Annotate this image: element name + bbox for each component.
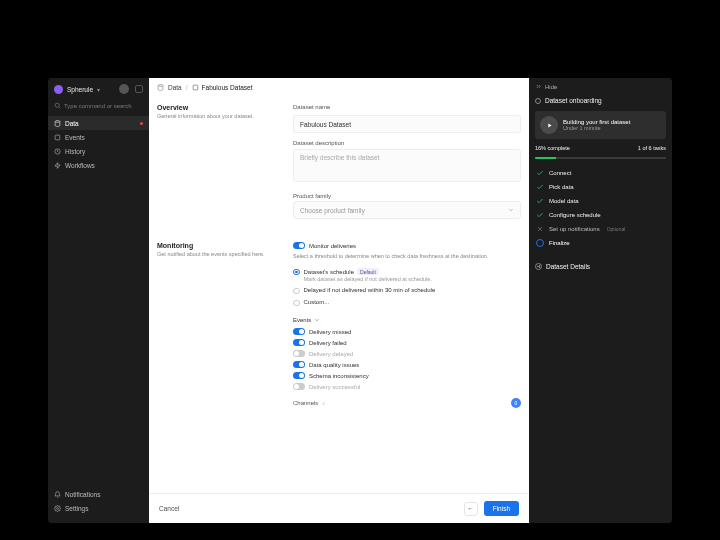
radio-option[interactable]: Custom... (293, 299, 521, 306)
optional-tag: Optional (607, 226, 626, 232)
bolt-icon (54, 162, 61, 169)
field-label: Dataset description (293, 140, 521, 146)
chevron-down-icon (508, 207, 514, 213)
event-row: Delivery successful (293, 381, 521, 392)
search-icon (54, 102, 61, 109)
step-label: Configure schedule (549, 212, 601, 218)
svg-point-7 (158, 85, 163, 87)
radio-icon (293, 269, 300, 276)
plus-icon (535, 263, 542, 270)
sidebar-item-notifications[interactable]: Notifications (48, 487, 149, 501)
events-section-header[interactable]: Events (293, 317, 521, 323)
event-label: Schema inconsistency (309, 373, 369, 379)
tasks-count: 1 of 6 tasks (638, 145, 666, 151)
product-family-select[interactable]: Choose product family (293, 201, 521, 219)
event-toggle[interactable] (293, 361, 305, 368)
sidebar-item-label: Notifications (65, 491, 100, 498)
event-toggle[interactable] (293, 372, 305, 379)
crumb-root[interactable]: Data (168, 84, 182, 91)
svg-rect-8 (193, 85, 198, 90)
event-label: Delivery failed (309, 340, 347, 346)
channels-label: Channels (293, 400, 318, 406)
sidebar-item-label: Workflows (65, 162, 95, 169)
onboarding-step[interactable]: Finalize (535, 236, 666, 250)
play-icon (546, 122, 553, 129)
sidebar-nav: Data Events History Workflows (48, 113, 149, 175)
field-label: Product family (293, 193, 521, 199)
default-badge: Default (357, 268, 379, 275)
event-toggle[interactable] (293, 350, 305, 357)
radio-icon (293, 288, 300, 295)
radio-label: Delayed if not delivered within 30 min o… (304, 287, 436, 293)
radio-label: Dataset's schedule (304, 269, 355, 275)
event-label: Delivery delayed (309, 351, 353, 357)
dataset-name-input[interactable] (293, 115, 521, 133)
onboarding-step[interactable]: Model data (535, 194, 666, 208)
radio-label: Custom... (304, 299, 330, 305)
event-toggle[interactable] (293, 383, 305, 390)
events-label: Events (293, 317, 311, 323)
onboarding-step[interactable]: Pick data (535, 180, 666, 194)
sidebar-item-workflows[interactable]: Workflows (48, 158, 149, 172)
circle-icon (535, 98, 541, 104)
command-search[interactable]: Type command or search (48, 99, 149, 113)
onboarding-step[interactable]: Set up notificationsOptional (535, 222, 666, 236)
check-icon (536, 211, 544, 219)
hide-panel-button[interactable]: Hide (535, 83, 666, 90)
database-icon (54, 120, 61, 127)
step-label: Model data (549, 198, 579, 204)
event-row: Delivery failed (293, 337, 521, 348)
step-label: Connect (549, 170, 571, 176)
clock-icon (54, 148, 61, 155)
svg-line-1 (59, 107, 60, 108)
onboarding-step[interactable]: Configure schedule (535, 208, 666, 222)
event-row: Schema inconsistency (293, 370, 521, 381)
panel-toggle-icon[interactable] (135, 85, 143, 93)
dataset-details-header[interactable]: Dataset Details (535, 254, 666, 270)
sidebar-item-label: Events (65, 134, 85, 141)
channels-row[interactable]: Channels 0 (293, 392, 521, 410)
sidebar-item-label: History (65, 148, 85, 155)
dataset-description-input[interactable] (293, 149, 521, 182)
footer-bar: Cancel ← Finish (149, 493, 529, 523)
sidebar-item-events[interactable]: Events (48, 130, 149, 144)
chevron-down-icon: ▾ (97, 86, 100, 93)
section-monitoring: Monitoring Get notified about the events… (157, 234, 521, 418)
org-logo (54, 85, 63, 94)
svg-marker-5 (55, 162, 60, 168)
monitoring-hint: Select a threshold to determine when to … (293, 253, 521, 259)
search-placeholder: Type command or search (64, 103, 132, 109)
onboarding-header[interactable]: Dataset onboarding (535, 94, 666, 107)
select-placeholder: Choose product family (300, 207, 365, 214)
bell-icon (54, 491, 61, 498)
radio-option[interactable]: Dataset's scheduleDefault Mark dataset a… (293, 268, 521, 282)
sidebar-item-data[interactable]: Data (48, 116, 149, 130)
event-toggle[interactable] (293, 328, 305, 335)
chevron-down-icon (314, 317, 320, 323)
onboarding-step[interactable]: Connect (535, 166, 666, 180)
sidebar-item-label: Settings (65, 505, 89, 512)
gear-icon (54, 505, 61, 512)
svg-rect-3 (55, 135, 60, 140)
avatar[interactable] (119, 84, 129, 94)
x-icon (536, 225, 544, 233)
step-label: Finalize (549, 240, 570, 246)
onboarding-steps: ConnectPick dataModel dataConfigure sche… (535, 166, 666, 250)
finish-button[interactable]: Finish (484, 501, 519, 516)
back-button[interactable]: ← (464, 502, 478, 516)
cancel-button[interactable]: Cancel (159, 505, 179, 512)
sidebar-item-history[interactable]: History (48, 144, 149, 158)
play-button[interactable] (540, 116, 558, 134)
onboarding-card[interactable]: Building your first dataset Under 1 minu… (535, 111, 666, 139)
alert-dot (140, 122, 143, 125)
svg-point-0 (55, 103, 59, 107)
section-description: General information about your dataset. (157, 113, 279, 120)
event-toggle[interactable] (293, 339, 305, 346)
org-switcher[interactable]: Spherule ▾ (48, 84, 149, 99)
toggle-label: Monitor deliveries (309, 243, 356, 249)
radio-option[interactable]: Delayed if not delivered within 30 min o… (293, 287, 521, 294)
monitor-deliveries-toggle[interactable] (293, 242, 305, 249)
sidebar-footer: Notifications Settings (48, 487, 149, 517)
section-title: Monitoring (157, 242, 279, 249)
sidebar-item-settings[interactable]: Settings (48, 501, 149, 515)
